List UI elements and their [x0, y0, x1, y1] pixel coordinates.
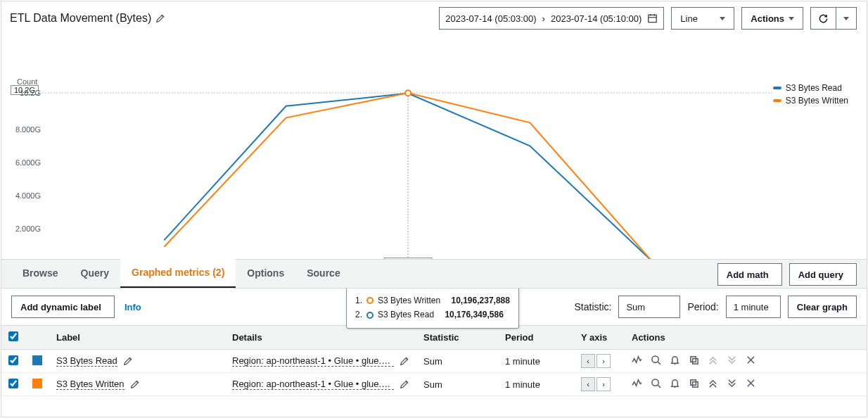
metrics-table: Label Details Statistic Period Y axis Ac… [1, 325, 867, 396]
period-value: 1 minute [734, 302, 769, 312]
svg-point-4 [652, 356, 658, 362]
chart-type-select[interactable]: Line [671, 7, 734, 30]
refresh-icon [818, 13, 829, 24]
tooltip-row: 2. S3 Bytes Read 10,176,349,586 [355, 308, 510, 322]
move-down-icon[interactable] [727, 378, 737, 391]
legend-item[interactable]: S3 Bytes Read [773, 83, 848, 93]
row-period-select[interactable]: 1 minute [505, 356, 567, 367]
col-header-details: Details [225, 326, 416, 350]
add-math-label: Add math [727, 270, 769, 280]
tab-browse[interactable]: Browse [11, 258, 70, 288]
duplicate-icon[interactable] [689, 355, 699, 367]
svg-rect-8 [691, 380, 696, 386]
time-range-to: 2023-07-14 (05:10:00) [551, 13, 642, 24]
move-down-icon[interactable] [727, 355, 737, 367]
edit-details-icon[interactable] [400, 379, 409, 389]
alarm-bell-icon[interactable] [670, 355, 680, 367]
row-details[interactable]: Region: ap-northeast-1 • Glue • glue.ALL… [232, 355, 394, 367]
svg-rect-5 [691, 357, 696, 362]
series-swatch-icon [366, 312, 374, 319]
duplicate-icon[interactable] [689, 378, 699, 391]
tab-options[interactable]: Options [236, 258, 295, 288]
series-swatch-icon [773, 99, 781, 102]
edit-label-icon[interactable] [130, 379, 140, 389]
refresh-menu-button[interactable] [836, 7, 857, 30]
y-tick: 8.000G [15, 125, 41, 134]
tooltip-name: S3 Bytes Written [378, 293, 440, 308]
y-axis-ticks: 10.2G 8.000G 6.000G 4.000G 2.000G [10, 93, 41, 262]
add-query-button[interactable]: Add query [789, 263, 857, 286]
hover-point-icon [405, 90, 411, 96]
tab-source[interactable]: Source [295, 258, 351, 288]
row-details[interactable]: Region: ap-northeast-1 • Glue • glue.ALL… [232, 379, 394, 390]
svg-rect-6 [693, 359, 698, 365]
remove-icon[interactable] [746, 378, 756, 391]
row-statistic-select[interactable]: Sum [423, 379, 491, 390]
row-label[interactable]: S3 Bytes Read [56, 355, 117, 367]
select-all-checkbox[interactable] [8, 331, 18, 341]
table-row: S3 Bytes WrittenRegion: ap-northeast-1 •… [1, 373, 867, 396]
row-period-select[interactable]: 1 minute [505, 379, 567, 390]
series-swatch-icon [773, 87, 781, 89]
chart-area: Count 10.2G 10.2G 8.000G 6.000G 4.000G 2… [1, 34, 867, 259]
zoom-icon[interactable] [651, 355, 661, 367]
header-toolbar: ETL Data Movement (Bytes) 2023-07-14 (05… [1, 1, 867, 34]
add-dynamic-label-text: Add dynamic label [20, 302, 101, 312]
statistic-value: Sum [626, 302, 645, 312]
row-checkbox[interactable] [8, 379, 18, 388]
caret-down-icon [789, 17, 794, 20]
anomaly-icon[interactable] [632, 355, 642, 367]
clear-graph-button[interactable]: Clear graph [788, 296, 857, 318]
series-swatch-icon[interactable] [32, 355, 42, 365]
row-statistic-select[interactable]: Sum [423, 356, 491, 367]
range-separator-icon: › [542, 13, 545, 24]
tab-graphed-metrics[interactable]: Graphed metrics (2) [120, 258, 236, 288]
tooltip-name: S3 Bytes Read [378, 308, 434, 322]
y-tick: 4.000G [15, 191, 41, 200]
actions-button[interactable]: Actions [741, 7, 803, 30]
remove-icon[interactable] [746, 355, 756, 367]
yaxis-right-button[interactable]: › [596, 377, 611, 391]
tooltip-idx: 2. [355, 308, 362, 322]
legend-item[interactable]: S3 Bytes Written [773, 96, 848, 106]
actions-label: Actions [751, 13, 784, 24]
tooltip-value: 10,176,349,586 [445, 308, 503, 322]
yaxis-left-button[interactable]: ‹ [581, 354, 595, 368]
row-label[interactable]: S3 Bytes Written [56, 379, 125, 390]
yaxis-right-button[interactable]: › [596, 354, 611, 368]
legend-label: S3 Bytes Read [786, 83, 842, 93]
svg-rect-9 [693, 382, 698, 388]
tooltip-idx: 1. [355, 293, 362, 308]
tab-strip: Browse Query Graphed metrics (2) Options… [1, 259, 867, 289]
alarm-bell-icon[interactable] [670, 378, 680, 391]
edit-title-icon[interactable] [155, 13, 165, 23]
move-up-icon[interactable] [708, 355, 718, 367]
period-select[interactable]: 1 minute [726, 296, 781, 318]
add-math-button[interactable]: Add math [717, 263, 782, 286]
anomaly-icon[interactable] [632, 378, 642, 391]
move-up-icon[interactable] [708, 378, 718, 391]
row-checkbox[interactable] [8, 355, 18, 365]
refresh-button[interactable] [810, 7, 836, 30]
row-statistic-value: Sum [423, 356, 442, 367]
row-period-value: 1 minute [505, 379, 540, 390]
tab-query[interactable]: Query [70, 258, 120, 288]
info-link[interactable]: Info [125, 302, 141, 312]
add-dynamic-label-button[interactable]: Add dynamic label [11, 296, 115, 318]
time-range-picker[interactable]: 2023-07-14 (05:03:00) › 2023-07-14 (05:1… [439, 7, 664, 30]
statistic-select[interactable]: Sum [618, 296, 680, 318]
chart-type-value: Line [680, 13, 698, 24]
y-tick: 2.000G [15, 224, 41, 233]
caret-down-icon [720, 17, 725, 20]
chart-plot[interactable] [42, 93, 774, 262]
edit-details-icon[interactable] [400, 356, 409, 366]
legend: S3 Bytes Read S3 Bytes Written [773, 80, 848, 108]
calendar-icon [647, 13, 658, 23]
y-tick: 10.2G [20, 89, 41, 97]
table-row: S3 Bytes ReadRegion: ap-northeast-1 • Gl… [1, 350, 867, 373]
edit-label-icon[interactable] [123, 356, 133, 366]
zoom-icon[interactable] [651, 378, 661, 391]
series-swatch-icon[interactable] [32, 379, 42, 388]
yaxis-left-button[interactable]: ‹ [581, 377, 595, 391]
title-text: ETL Data Movement (Bytes) [10, 12, 151, 25]
